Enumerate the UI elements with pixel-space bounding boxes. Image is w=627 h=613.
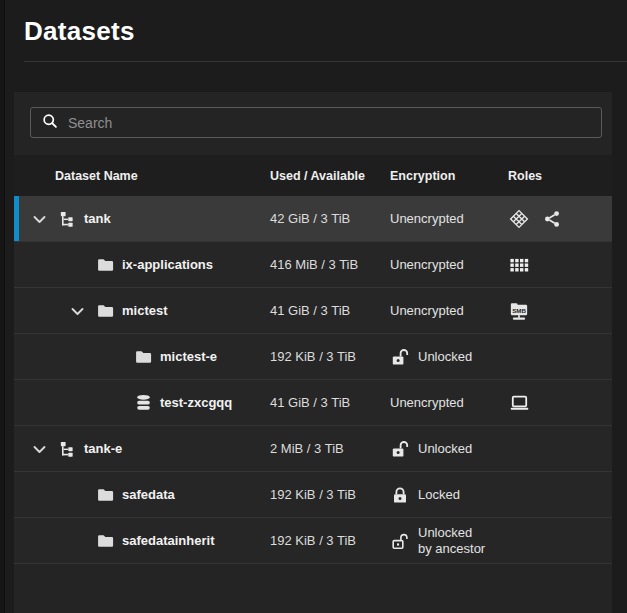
- roles-cell: [508, 254, 612, 276]
- dataset-row-mictest[interactable]: mictest 41 GiB / 3 TiB Unencrypted: [14, 288, 612, 334]
- unlocked-icon: [390, 347, 410, 367]
- used-available-value: 416 MiB / 3 TiB: [270, 257, 390, 272]
- dataset-name-cell: tank: [14, 208, 270, 230]
- dataset-name: mictest: [122, 303, 168, 318]
- encryption-cell: Unencrypted: [390, 395, 508, 410]
- page-header: Datasets: [0, 0, 627, 47]
- encryption-status: Unencrypted: [390, 211, 464, 226]
- search-icon: [41, 112, 59, 134]
- roles-cell: [508, 300, 612, 322]
- dataset-row-test-zxcgqq[interactable]: test-zxcgqq 41 GiB / 3 TiB Unencrypted: [14, 380, 612, 426]
- chevron-down-icon[interactable]: [28, 208, 50, 230]
- encryption-status: Unencrypted: [390, 303, 464, 318]
- dataset-root-icon: [57, 439, 77, 459]
- used-available-value: 41 GiB / 3 TiB: [270, 395, 390, 410]
- used-available-value: 41 GiB / 3 TiB: [270, 303, 390, 318]
- encryption-status: Locked: [418, 487, 460, 502]
- page-title: Datasets: [24, 16, 627, 47]
- dataset-name: test-zxcgqq: [160, 395, 232, 410]
- dataset-name-cell: test-zxcgqq: [14, 392, 270, 414]
- dataset-name: tank-e: [84, 441, 122, 456]
- encryption-status: Unencrypted: [390, 395, 464, 410]
- column-header-dataset-name[interactable]: Dataset Name: [14, 169, 270, 183]
- search-input[interactable]: [68, 115, 591, 131]
- chevron-spacer: [66, 530, 88, 552]
- title-divider: [24, 61, 627, 62]
- encryption-cell: Unencrypted: [390, 303, 508, 318]
- dataset-name: mictest-e: [160, 349, 217, 364]
- encryption-cell: Unencrypted: [390, 211, 508, 226]
- database-icon: [133, 393, 153, 413]
- column-header-used-available[interactable]: Used / Available: [270, 169, 390, 183]
- page-left-edge: [0, 0, 5, 613]
- unlocked-outline-icon: [390, 531, 410, 551]
- dataset-row-ix-applications[interactable]: ix-applications 416 MiB / 3 TiB Unencryp…: [14, 242, 612, 288]
- folder-icon: [95, 485, 115, 505]
- chevron-spacer: [104, 392, 126, 414]
- dataset-name-cell: safedatainherit: [14, 530, 270, 552]
- share-icon[interactable]: [541, 208, 563, 230]
- used-available-value: 192 KiB / 3 TiB: [270, 487, 390, 502]
- encryption-status: Unlocked: [418, 349, 472, 364]
- chevron-down-icon[interactable]: [28, 438, 50, 460]
- dataset-name-cell: mictest: [14, 300, 270, 322]
- used-available-value: 42 GiB / 3 TiB: [270, 211, 390, 226]
- dataset-name-cell: ix-applications: [14, 254, 270, 276]
- used-available-value: 192 KiB / 3 TiB: [270, 533, 390, 548]
- dataset-name-cell: tank-e: [14, 438, 270, 460]
- vm-display-icon[interactable]: [508, 392, 530, 414]
- smb-share-icon[interactable]: [508, 300, 530, 322]
- encryption-cell: Unlocked by ancestor: [390, 525, 508, 557]
- folder-icon: [133, 347, 153, 367]
- table-header-row: Dataset Name Used / Available Encryption…: [14, 155, 612, 196]
- search-box[interactable]: [30, 107, 602, 138]
- dataset-name: safedatainherit: [122, 533, 214, 548]
- datasets-card: Dataset Name Used / Available Encryption…: [14, 92, 612, 613]
- dataset-row-safedatainherit[interactable]: safedatainherit 192 KiB / 3 TiB Unlocked…: [14, 518, 612, 564]
- dataset-name: ix-applications: [122, 257, 213, 272]
- apps-grid-icon[interactable]: [508, 254, 530, 276]
- dataset-row-tank[interactable]: tank 42 GiB / 3 TiB Unencrypted: [14, 196, 612, 242]
- column-header-encryption[interactable]: Encryption: [390, 169, 508, 183]
- chevron-spacer: [104, 346, 126, 368]
- encryption-status: Unlocked: [418, 525, 485, 541]
- roles-cell: [508, 392, 612, 414]
- folder-icon: [95, 301, 115, 321]
- encryption-cell: Unlocked: [390, 439, 508, 459]
- encryption-cell: Unencrypted: [390, 257, 508, 272]
- dataset-root-icon: [57, 209, 77, 229]
- dataset-name: safedata: [122, 487, 175, 502]
- encryption-status-line2: by ancestor: [418, 541, 485, 557]
- encryption-cell: Locked: [390, 485, 508, 505]
- encryption-cell: Unlocked: [390, 347, 508, 367]
- locked-icon: [390, 485, 410, 505]
- encryption-status: Unlocked: [418, 441, 472, 456]
- folder-icon: [95, 531, 115, 551]
- apps-mesh-icon[interactable]: [508, 208, 530, 230]
- roles-cell: [508, 208, 612, 230]
- dataset-name-cell: safedata: [14, 484, 270, 506]
- chevron-spacer: [66, 254, 88, 276]
- used-available-value: 2 MiB / 3 TiB: [270, 441, 390, 456]
- chevron-spacer: [66, 484, 88, 506]
- dataset-row-mictest-e[interactable]: mictest-e 192 KiB / 3 TiB Unlocked: [14, 334, 612, 380]
- encryption-status: Unencrypted: [390, 257, 464, 272]
- column-header-roles[interactable]: Roles: [508, 169, 612, 183]
- unlocked-icon: [390, 439, 410, 459]
- used-available-value: 192 KiB / 3 TiB: [270, 349, 390, 364]
- search-section: [14, 92, 612, 155]
- dataset-row-safedata[interactable]: safedata 192 KiB / 3 TiB Locked: [14, 472, 612, 518]
- dataset-name: tank: [84, 211, 111, 226]
- folder-icon: [95, 255, 115, 275]
- chevron-down-icon[interactable]: [66, 300, 88, 322]
- dataset-name-cell: mictest-e: [14, 346, 270, 368]
- dataset-row-tank-e[interactable]: tank-e 2 MiB / 3 TiB Unlocked: [14, 426, 612, 472]
